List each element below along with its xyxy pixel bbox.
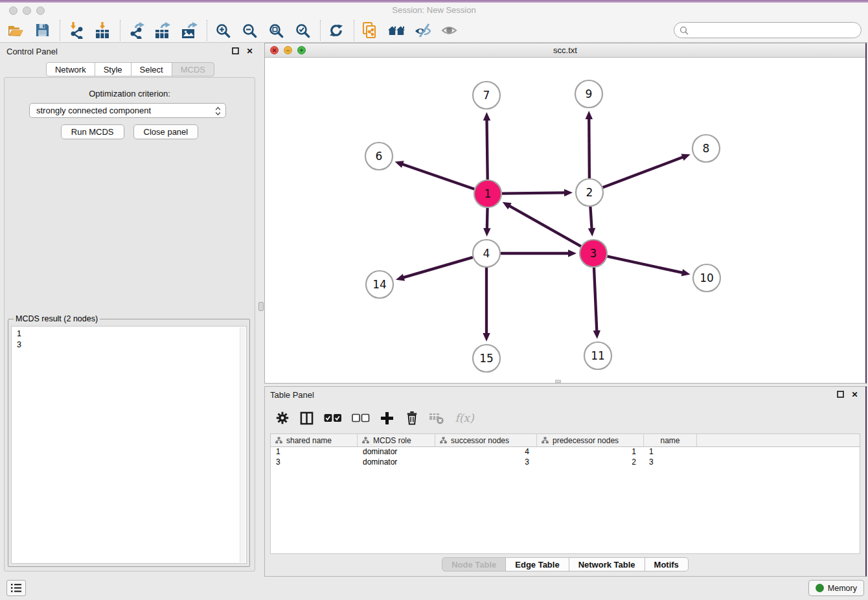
run-mcds-button[interactable]: Run MCDS: [61, 124, 124, 139]
memory-button[interactable]: Memory: [808, 580, 864, 596]
edge-3-10[interactable]: [607, 257, 683, 273]
deselect-all-button[interactable]: [351, 409, 371, 427]
memory-status-icon: [816, 584, 824, 592]
float-panel-icon[interactable]: [231, 47, 240, 55]
zoom-out-icon: [242, 23, 257, 38]
control-panel-tabs: NetworkStyleSelectMCDS: [1, 62, 259, 76]
delete-table-button[interactable]: [428, 409, 444, 427]
column-label: predecessor nodes: [553, 436, 619, 445]
optimization-criterion-label: Optimization criterion:: [5, 89, 255, 98]
edge-3-11[interactable]: [594, 268, 597, 332]
column-header-MCDS-role[interactable]: MCDS role: [358, 434, 435, 446]
arrowhead-icon: [564, 189, 573, 196]
column-header-predecessor-nodes[interactable]: predecessor nodes: [537, 434, 644, 446]
close-table-panel-icon[interactable]: ✕: [851, 390, 859, 398]
mcds-result-scrollbar[interactable]: [240, 327, 246, 562]
table-settings-button[interactable]: [274, 409, 290, 427]
zoom-in-icon: [215, 23, 231, 38]
zoom-selected-button[interactable]: [292, 19, 313, 41]
table-cell[interactable]: dominator: [358, 447, 435, 457]
zoom-window-button[interactable]: [36, 6, 45, 15]
tab-network-table[interactable]: Network Table: [569, 557, 645, 571]
table-panel-title: Table Panel: [270, 390, 314, 400]
canvas-scroll-handle[interactable]: [555, 380, 561, 383]
arrowhead-icon: [483, 333, 490, 341]
table-cell[interactable]: 4: [435, 447, 537, 457]
edge-1-4[interactable]: [487, 208, 488, 229]
zoom-fit-button[interactable]: [266, 19, 286, 41]
export-network-button[interactable]: [126, 19, 146, 41]
tab-network[interactable]: Network: [46, 62, 95, 76]
show-visibility-button[interactable]: [439, 19, 460, 41]
node-table: shared nameMCDS rolesuccessor nodesprede…: [270, 433, 860, 554]
search-input[interactable]: [692, 26, 856, 35]
table-cell[interactable]: 3: [271, 457, 358, 468]
tab-edge-table[interactable]: Edge Table: [505, 557, 569, 571]
overview-windows-button[interactable]: [386, 19, 407, 41]
column-header-successor-nodes[interactable]: successor nodes: [435, 434, 537, 446]
tab-style[interactable]: Style: [95, 62, 131, 76]
splitter-handle[interactable]: [258, 302, 264, 311]
refresh-view-button[interactable]: [326, 19, 347, 41]
close-panel-icon[interactable]: ✕: [246, 47, 254, 55]
import-network-button[interactable]: [65, 19, 86, 41]
node-label-11: 11: [591, 349, 605, 362]
edge-2-8[interactable]: [603, 157, 684, 187]
tab-motifs[interactable]: Motifs: [645, 557, 689, 571]
column-header-name[interactable]: name: [644, 434, 697, 446]
edge-1-7[interactable]: [486, 119, 487, 179]
node-label-6: 6: [376, 150, 383, 163]
select-all-button[interactable]: [323, 409, 343, 427]
edge-1-6[interactable]: [402, 164, 474, 189]
mcds-result-title: MCDS result (2 nodes): [14, 314, 100, 323]
export-table-button[interactable]: [152, 19, 173, 41]
minimize-window-button[interactable]: [23, 6, 31, 15]
hide-visibility-button[interactable]: [413, 19, 433, 41]
table-cell[interactable]: 1: [271, 447, 358, 457]
table-cell[interactable]: 3: [435, 457, 537, 468]
table-cell[interactable]: 1: [644, 447, 697, 457]
optimization-criterion-dropdown[interactable]: strongly connected component: [29, 103, 226, 118]
zoom-out-button[interactable]: [239, 19, 260, 41]
table-cell[interactable]: dominator: [358, 457, 435, 468]
edge-1-2[interactable]: [502, 192, 565, 193]
tab-node-table[interactable]: Node Table: [442, 557, 506, 571]
arrowhead-icon: [483, 228, 490, 237]
edge-2-9[interactable]: [589, 118, 589, 178]
table-cell[interactable]: 2: [537, 457, 644, 468]
network-canvas[interactable]: 1234678910111415: [265, 58, 865, 383]
mcds-result-box: MCDS result (2 nodes) 1 3: [8, 319, 250, 567]
add-row-button[interactable]: [379, 409, 395, 427]
duplicate-network-view-button[interactable]: [360, 19, 380, 41]
show-columns-button[interactable]: [299, 409, 315, 427]
tab-mcds[interactable]: MCDS: [172, 62, 214, 76]
close-window-button[interactable]: [9, 6, 17, 15]
task-history-button[interactable]: [6, 580, 26, 596]
edge-4-14[interactable]: [403, 257, 473, 278]
zoom-in-button[interactable]: [212, 19, 233, 41]
export-image-button[interactable]: [179, 19, 200, 41]
close-panel-button[interactable]: Close panel: [133, 124, 199, 139]
fx-icon: f(x): [455, 411, 474, 424]
table-row[interactable]: 1dominator411: [271, 447, 860, 457]
open-session-button[interactable]: [5, 19, 26, 41]
column-header-shared-name[interactable]: shared name: [271, 434, 358, 446]
table-cell[interactable]: 3: [644, 457, 697, 468]
mcds-result-area[interactable]: 1 3: [11, 326, 247, 564]
table-row[interactable]: 3dominator323: [271, 457, 860, 468]
node-label-8: 8: [703, 142, 710, 155]
delete-row-button[interactable]: [404, 409, 420, 427]
edge-3-1[interactable]: [508, 205, 581, 246]
plus-icon: [380, 411, 394, 425]
function-builder-button[interactable]: f(x): [453, 409, 476, 427]
arrowhead-icon: [593, 330, 600, 339]
arrowhead-icon: [586, 111, 593, 119]
save-session-button[interactable]: [32, 19, 52, 41]
float-table-panel-icon[interactable]: [836, 390, 845, 398]
tab-select[interactable]: Select: [131, 62, 172, 76]
table-cell[interactable]: 1: [537, 447, 644, 457]
edge-2-3[interactable]: [590, 207, 591, 229]
network-graph: 1234678910111415: [265, 58, 866, 383]
import-table-button[interactable]: [92, 19, 113, 41]
control-panel: Control Panel ✕ NetworkStyleSelectMCDS O…: [1, 43, 259, 573]
